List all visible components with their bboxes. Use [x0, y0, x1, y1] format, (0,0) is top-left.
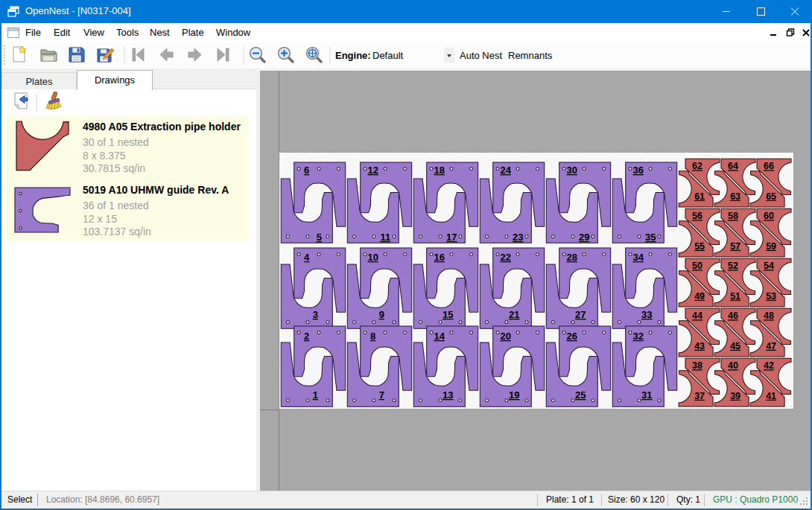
svg-text:3: 3	[313, 309, 318, 320]
svg-text:41: 41	[766, 391, 776, 401]
svg-text:63: 63	[730, 191, 740, 202]
svg-text:55: 55	[694, 241, 705, 252]
svg-text:36: 36	[632, 165, 643, 176]
svg-text:18: 18	[434, 165, 444, 176]
svg-text:43: 43	[694, 341, 705, 351]
svg-text:29: 29	[579, 232, 589, 243]
svg-text:61: 61	[694, 191, 705, 202]
svg-text:22: 22	[500, 252, 510, 263]
svg-text:24: 24	[500, 165, 511, 176]
svg-text:25: 25	[575, 389, 586, 401]
svg-text:54: 54	[764, 261, 774, 271]
svg-text:38: 38	[692, 360, 702, 371]
svg-text:44: 44	[692, 310, 702, 321]
svg-text:30: 30	[566, 165, 577, 176]
svg-text:26: 26	[566, 331, 577, 342]
svg-text:33: 33	[641, 309, 652, 320]
svg-text:48: 48	[764, 310, 774, 321]
svg-text:5: 5	[317, 232, 322, 243]
svg-text:40: 40	[728, 360, 738, 371]
svg-text:37: 37	[694, 391, 705, 401]
svg-text:35: 35	[645, 232, 656, 243]
svg-text:34: 34	[632, 252, 644, 263]
svg-text:15: 15	[443, 309, 453, 320]
svg-text:42: 42	[764, 360, 774, 371]
svg-text:50: 50	[692, 261, 702, 271]
svg-text:49: 49	[694, 291, 705, 302]
svg-text:20: 20	[500, 331, 510, 342]
svg-text:66: 66	[764, 161, 774, 171]
svg-text:32: 32	[632, 331, 643, 342]
svg-text:52: 52	[728, 261, 738, 271]
svg-text:2: 2	[304, 331, 309, 342]
svg-text:13: 13	[443, 389, 453, 401]
svg-text:6: 6	[304, 165, 309, 176]
svg-text:14: 14	[434, 331, 445, 342]
svg-text:62: 62	[692, 161, 702, 171]
svg-text:65: 65	[766, 191, 776, 202]
svg-text:21: 21	[509, 309, 519, 320]
svg-text:23: 23	[513, 232, 523, 243]
svg-text:31: 31	[641, 389, 652, 401]
svg-text:45: 45	[730, 341, 740, 351]
svg-text:56: 56	[692, 211, 702, 221]
svg-text:8: 8	[370, 331, 375, 342]
svg-text:10: 10	[367, 252, 378, 263]
svg-text:64: 64	[728, 161, 738, 171]
svg-text:58: 58	[728, 211, 738, 221]
svg-text:16: 16	[434, 252, 444, 263]
svg-text:7: 7	[379, 389, 384, 401]
svg-text:27: 27	[575, 309, 586, 320]
svg-text:28: 28	[566, 252, 577, 263]
svg-text:53: 53	[766, 291, 776, 302]
svg-text:47: 47	[766, 341, 776, 351]
svg-text:12: 12	[367, 165, 378, 176]
svg-text:46: 46	[728, 310, 738, 321]
svg-text:9: 9	[379, 309, 384, 320]
svg-text:11: 11	[380, 232, 390, 243]
svg-text:1: 1	[313, 389, 318, 401]
svg-text:17: 17	[446, 232, 457, 243]
svg-text:39: 39	[730, 391, 740, 401]
svg-text:19: 19	[509, 389, 519, 401]
svg-text:57: 57	[730, 241, 740, 252]
svg-text:60: 60	[764, 211, 774, 221]
svg-text:59: 59	[766, 241, 776, 252]
svg-text:4: 4	[304, 252, 310, 263]
svg-text:51: 51	[730, 291, 740, 302]
